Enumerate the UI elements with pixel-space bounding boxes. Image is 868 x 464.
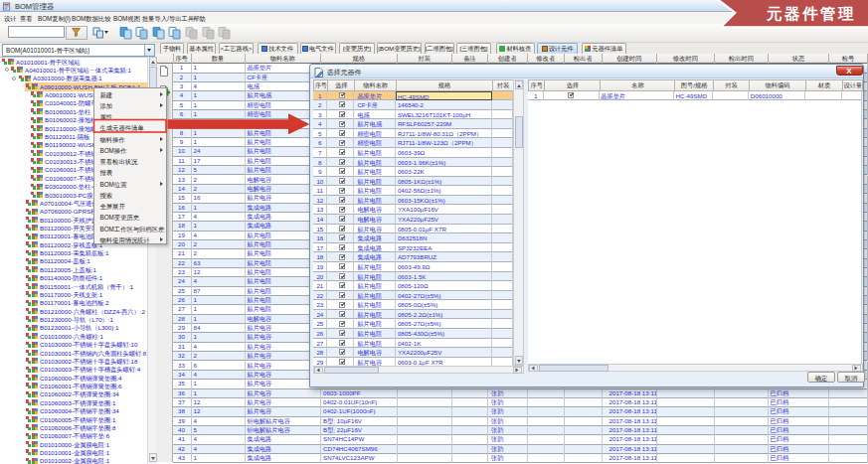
svg-text:元器件管理: 元器件管理 xyxy=(766,5,856,22)
